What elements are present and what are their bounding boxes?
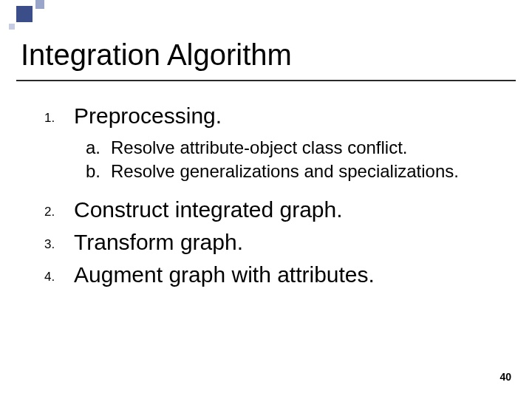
list-number: 2. — [44, 197, 74, 222]
sublist-text: Resolve attribute-object class conflict. — [111, 136, 408, 160]
list-number: 4. — [44, 262, 74, 287]
list-item: 2. Construct integrated graph. — [44, 197, 510, 222]
list-text: Preprocessing. — [74, 103, 222, 129]
title-underline — [16, 80, 516, 81]
corner-decoration — [0, 0, 59, 35]
list-text: Transform graph. — [74, 230, 243, 255]
sublist-label: a. — [86, 136, 111, 160]
content-area: 1. Preprocessing. a. Resolve attribute-o… — [44, 103, 510, 295]
list-text: Augment graph with attributes. — [74, 262, 375, 287]
list-number: 3. — [44, 230, 74, 255]
deco-square-small — [9, 24, 15, 30]
list-number: 1. — [44, 103, 74, 129]
deco-square-large — [16, 6, 33, 22]
sublist: a. Resolve attribute-object class confli… — [86, 136, 510, 184]
list-item: 4. Augment graph with attributes. — [44, 262, 510, 287]
deco-square-medium — [35, 0, 44, 9]
list-item: 3. Transform graph. — [44, 230, 510, 255]
list-text: Construct integrated graph. — [74, 197, 343, 222]
sublist-text: Resolve generalizations and specializati… — [111, 160, 459, 183]
sublist-item: b. Resolve generalizations and specializ… — [86, 160, 510, 183]
page-number: 40 — [499, 371, 511, 383]
sublist-item: a. Resolve attribute-object class confli… — [86, 136, 510, 160]
sublist-label: b. — [86, 160, 111, 183]
list-item: 1. Preprocessing. — [44, 103, 510, 129]
slide-title: Integration Algorithm — [21, 38, 292, 72]
